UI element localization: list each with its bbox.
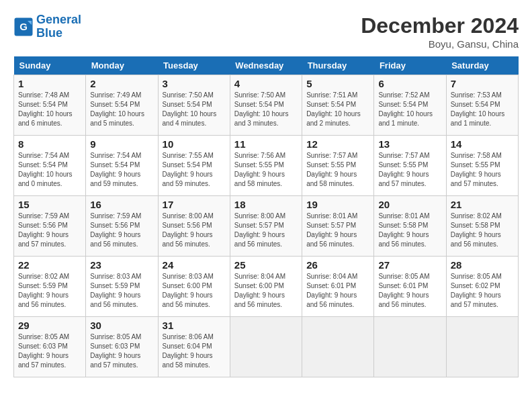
calendar-cell: 28Sunrise: 8:05 AM Sunset: 6:02 PM Dayli… xyxy=(446,257,518,317)
logo-text: General Blue xyxy=(36,13,81,40)
calendar-cell: 9Sunrise: 7:54 AM Sunset: 5:54 PM Daylig… xyxy=(86,136,158,196)
day-info: Sunrise: 8:04 AM Sunset: 6:01 PM Dayligh… xyxy=(306,272,369,310)
day-info: Sunrise: 8:00 AM Sunset: 5:57 PM Dayligh… xyxy=(234,212,298,249)
week-row-2: 8Sunrise: 7:54 AM Sunset: 5:54 PM Daylig… xyxy=(14,136,519,196)
day-info: Sunrise: 8:03 AM Sunset: 5:59 PM Dayligh… xyxy=(90,272,153,310)
calendar-cell: 1Sunrise: 7:48 AM Sunset: 5:54 PM Daylig… xyxy=(14,75,86,136)
week-row-4: 22Sunrise: 8:02 AM Sunset: 5:59 PM Dayli… xyxy=(14,257,519,317)
day-info: Sunrise: 8:05 AM Sunset: 6:01 PM Dayligh… xyxy=(378,272,441,310)
week-row-1: 1Sunrise: 7:48 AM Sunset: 5:54 PM Daylig… xyxy=(14,75,519,136)
logo-general: General xyxy=(36,13,81,26)
calendar-cell: 18Sunrise: 8:00 AM Sunset: 5:57 PM Dayli… xyxy=(230,196,302,257)
day-info: Sunrise: 7:48 AM Sunset: 5:54 PM Dayligh… xyxy=(18,91,81,128)
day-number: 30 xyxy=(90,320,153,331)
day-info: Sunrise: 8:00 AM Sunset: 5:56 PM Dayligh… xyxy=(163,212,226,249)
calendar-cell xyxy=(230,317,302,377)
day-info: Sunrise: 7:59 AM Sunset: 5:56 PM Dayligh… xyxy=(18,212,81,249)
calendar-cell: 27Sunrise: 8:05 AM Sunset: 6:01 PM Dayli… xyxy=(374,257,446,317)
week-row-3: 15Sunrise: 7:59 AM Sunset: 5:56 PM Dayli… xyxy=(14,196,519,257)
day-info: Sunrise: 7:56 AM Sunset: 5:55 PM Dayligh… xyxy=(234,151,298,189)
title-block: December 2024 Boyu, Gansu, China xyxy=(361,13,519,50)
day-info: Sunrise: 7:55 AM Sunset: 5:54 PM Dayligh… xyxy=(163,151,226,189)
day-number: 14 xyxy=(451,138,514,150)
calendar-cell xyxy=(446,317,518,377)
day-info: Sunrise: 8:05 AM Sunset: 6:03 PM Dayligh… xyxy=(90,332,153,370)
day-info: Sunrise: 8:01 AM Sunset: 5:58 PM Dayligh… xyxy=(378,212,441,249)
day-info: Sunrise: 8:06 AM Sunset: 6:04 PM Dayligh… xyxy=(163,332,226,370)
calendar-cell: 23Sunrise: 8:03 AM Sunset: 5:59 PM Dayli… xyxy=(86,257,158,317)
day-number: 5 xyxy=(306,78,369,89)
day-number: 2 xyxy=(90,78,153,89)
calendar-cell: 29Sunrise: 8:05 AM Sunset: 6:03 PM Dayli… xyxy=(14,317,86,377)
day-number: 6 xyxy=(378,78,441,89)
day-number: 17 xyxy=(163,199,226,210)
day-info: Sunrise: 7:54 AM Sunset: 5:54 PM Dayligh… xyxy=(90,151,153,189)
day-number: 26 xyxy=(306,259,369,271)
day-number: 29 xyxy=(18,320,81,331)
day-info: Sunrise: 8:02 AM Sunset: 5:58 PM Dayligh… xyxy=(451,212,514,249)
day-number: 18 xyxy=(234,199,298,210)
day-info: Sunrise: 7:57 AM Sunset: 5:55 PM Dayligh… xyxy=(378,151,441,189)
calendar-cell: 2Sunrise: 7:49 AM Sunset: 5:54 PM Daylig… xyxy=(86,75,158,136)
day-number: 12 xyxy=(306,138,369,150)
day-number: 24 xyxy=(163,259,226,271)
day-info: Sunrise: 7:57 AM Sunset: 5:55 PM Dayligh… xyxy=(306,151,369,189)
day-number: 4 xyxy=(234,78,298,89)
calendar-cell: 21Sunrise: 8:02 AM Sunset: 5:58 PM Dayli… xyxy=(446,196,518,257)
day-number: 23 xyxy=(90,259,153,271)
day-info: Sunrise: 8:05 AM Sunset: 6:02 PM Dayligh… xyxy=(451,272,514,310)
location: Boyu, Gansu, China xyxy=(361,38,519,50)
day-number: 31 xyxy=(163,320,226,331)
day-number: 1 xyxy=(18,78,81,89)
calendar-cell: 10Sunrise: 7:55 AM Sunset: 5:54 PM Dayli… xyxy=(158,136,230,196)
header-tuesday: Tuesday xyxy=(158,56,230,75)
calendar-cell: 20Sunrise: 8:01 AM Sunset: 5:58 PM Dayli… xyxy=(374,196,446,257)
logo: G General Blue xyxy=(13,13,81,40)
header-monday: Monday xyxy=(86,56,158,75)
calendar-cell: 8Sunrise: 7:54 AM Sunset: 5:54 PM Daylig… xyxy=(14,136,86,196)
day-number: 13 xyxy=(378,138,441,150)
day-info: Sunrise: 7:51 AM Sunset: 5:54 PM Dayligh… xyxy=(306,91,369,128)
day-number: 21 xyxy=(451,199,514,210)
day-info: Sunrise: 7:50 AM Sunset: 5:54 PM Dayligh… xyxy=(234,91,298,128)
calendar-cell xyxy=(302,317,374,377)
day-info: Sunrise: 8:02 AM Sunset: 5:59 PM Dayligh… xyxy=(18,272,81,310)
calendar-cell: 13Sunrise: 7:57 AM Sunset: 5:55 PM Dayli… xyxy=(374,136,446,196)
day-info: Sunrise: 7:52 AM Sunset: 5:54 PM Dayligh… xyxy=(378,91,441,128)
header-friday: Friday xyxy=(374,56,446,75)
header-saturday: Saturday xyxy=(446,56,518,75)
calendar-cell: 26Sunrise: 8:04 AM Sunset: 6:01 PM Dayli… xyxy=(302,257,374,317)
day-number: 7 xyxy=(451,78,514,89)
calendar-cell: 12Sunrise: 7:57 AM Sunset: 5:55 PM Dayli… xyxy=(302,136,374,196)
calendar-cell xyxy=(374,317,446,377)
calendar-cell: 6Sunrise: 7:52 AM Sunset: 5:54 PM Daylig… xyxy=(374,75,446,136)
calendar-cell: 14Sunrise: 7:58 AM Sunset: 5:55 PM Dayli… xyxy=(446,136,518,196)
day-info: Sunrise: 8:04 AM Sunset: 6:00 PM Dayligh… xyxy=(234,272,298,310)
day-info: Sunrise: 7:50 AM Sunset: 5:54 PM Dayligh… xyxy=(163,91,226,128)
header-wednesday: Wednesday xyxy=(230,56,302,75)
logo-blue: Blue xyxy=(36,26,62,40)
svg-text:G: G xyxy=(19,20,28,32)
day-info: Sunrise: 7:58 AM Sunset: 5:55 PM Dayligh… xyxy=(451,151,514,189)
calendar-cell: 19Sunrise: 8:01 AM Sunset: 5:57 PM Dayli… xyxy=(302,196,374,257)
calendar-cell: 15Sunrise: 7:59 AM Sunset: 5:56 PM Dayli… xyxy=(14,196,86,257)
calendar-cell: 7Sunrise: 7:53 AM Sunset: 5:54 PM Daylig… xyxy=(446,75,518,136)
month-title: December 2024 xyxy=(361,13,519,38)
day-info: Sunrise: 7:49 AM Sunset: 5:54 PM Dayligh… xyxy=(90,91,153,128)
calendar-cell: 4Sunrise: 7:50 AM Sunset: 5:54 PM Daylig… xyxy=(230,75,302,136)
day-info: Sunrise: 7:53 AM Sunset: 5:54 PM Dayligh… xyxy=(451,91,514,128)
day-number: 10 xyxy=(163,138,226,150)
calendar-cell: 24Sunrise: 8:03 AM Sunset: 6:00 PM Dayli… xyxy=(158,257,230,317)
day-info: Sunrise: 7:59 AM Sunset: 5:56 PM Dayligh… xyxy=(90,212,153,249)
day-info: Sunrise: 8:01 AM Sunset: 5:57 PM Dayligh… xyxy=(306,212,369,249)
logo-icon: G xyxy=(13,17,34,37)
day-number: 3 xyxy=(163,78,226,89)
header-row: SundayMondayTuesdayWednesdayThursdayFrid… xyxy=(14,56,519,75)
day-number: 22 xyxy=(18,259,81,271)
day-number: 9 xyxy=(90,138,153,150)
calendar-cell: 22Sunrise: 8:02 AM Sunset: 5:59 PM Dayli… xyxy=(14,257,86,317)
calendar-cell: 25Sunrise: 8:04 AM Sunset: 6:00 PM Dayli… xyxy=(230,257,302,317)
header-thursday: Thursday xyxy=(302,56,374,75)
day-info: Sunrise: 8:03 AM Sunset: 6:00 PM Dayligh… xyxy=(163,272,226,310)
day-number: 25 xyxy=(234,259,298,271)
